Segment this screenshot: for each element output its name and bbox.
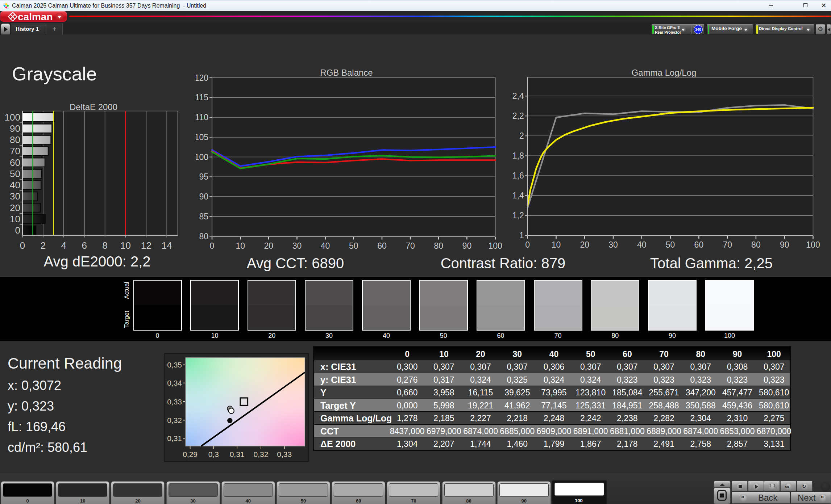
svg-text:80: 80 <box>10 134 20 145</box>
svg-text:40: 40 <box>10 180 20 190</box>
svg-text:20: 20 <box>10 202 20 213</box>
svg-text:2,4: 2,4 <box>512 91 524 101</box>
svg-text:10: 10 <box>120 240 131 251</box>
svg-text:70: 70 <box>10 146 20 156</box>
svg-text:50: 50 <box>349 241 358 250</box>
svg-text:120: 120 <box>196 73 208 83</box>
svg-text:0: 0 <box>15 225 20 236</box>
svg-text:0,33: 0,33 <box>167 398 182 406</box>
svg-text:40: 40 <box>321 241 330 250</box>
svg-text:10: 10 <box>552 240 561 249</box>
svg-text:110: 110 <box>196 113 208 122</box>
svg-text:8: 8 <box>102 240 107 251</box>
svg-text:0,29: 0,29 <box>183 450 198 458</box>
svg-text:20: 20 <box>264 241 274 250</box>
svg-text:30: 30 <box>292 241 302 250</box>
svg-text:95: 95 <box>199 172 208 181</box>
svg-text:0,32: 0,32 <box>254 450 269 458</box>
svg-text:2,2: 2,2 <box>512 111 524 121</box>
svg-text:60: 60 <box>10 157 20 168</box>
svg-text:100: 100 <box>196 152 208 162</box>
svg-text:90: 90 <box>462 241 472 250</box>
svg-text:100: 100 <box>5 112 20 123</box>
svg-text:0,35: 0,35 <box>167 361 182 369</box>
svg-text:2: 2 <box>41 240 46 251</box>
svg-text:0,31: 0,31 <box>167 434 182 442</box>
svg-text:14: 14 <box>162 240 172 251</box>
svg-text:RGB Balance: RGB Balance <box>320 68 373 77</box>
svg-text:90: 90 <box>10 123 20 134</box>
svg-text:DeltaE 2000: DeltaE 2000 <box>70 102 117 112</box>
svg-text:0: 0 <box>210 241 215 250</box>
svg-text:40: 40 <box>637 240 647 249</box>
svg-text:115: 115 <box>196 93 208 102</box>
svg-text:0: 0 <box>20 240 25 251</box>
svg-text:80: 80 <box>751 240 761 249</box>
svg-text:1: 1 <box>519 231 524 240</box>
svg-text:20: 20 <box>580 240 590 249</box>
svg-text:1,8: 1,8 <box>512 151 524 160</box>
svg-text:100: 100 <box>488 241 502 250</box>
svg-text:70: 70 <box>723 240 732 249</box>
svg-text:105: 105 <box>196 133 208 142</box>
svg-text:12: 12 <box>141 240 151 251</box>
svg-text:80: 80 <box>434 241 444 250</box>
svg-text:4: 4 <box>61 240 66 251</box>
svg-text:0,3: 0,3 <box>208 450 219 458</box>
svg-text:2: 2 <box>519 131 524 140</box>
svg-text:60: 60 <box>694 240 704 249</box>
svg-text:30: 30 <box>10 191 20 202</box>
svg-text:0,31: 0,31 <box>230 450 245 458</box>
svg-text:85: 85 <box>199 212 208 221</box>
svg-text:0,34: 0,34 <box>167 379 182 387</box>
svg-text:100: 100 <box>806 240 820 249</box>
svg-text:0: 0 <box>525 240 530 249</box>
svg-text:80: 80 <box>199 232 208 241</box>
svg-text:30: 30 <box>608 240 618 249</box>
svg-text:70: 70 <box>406 241 415 250</box>
svg-text:10: 10 <box>10 214 20 224</box>
svg-text:60: 60 <box>377 241 387 250</box>
svg-text:90: 90 <box>199 192 208 201</box>
svg-text:1,6: 1,6 <box>512 171 524 180</box>
svg-text:10: 10 <box>236 241 245 250</box>
svg-text:50: 50 <box>666 240 675 249</box>
svg-text:Gamma Log/Log: Gamma Log/Log <box>632 68 697 77</box>
svg-text:6: 6 <box>82 240 87 251</box>
svg-text:1,2: 1,2 <box>512 211 524 220</box>
svg-text:0,32: 0,32 <box>167 416 182 424</box>
svg-text:50: 50 <box>10 168 20 179</box>
svg-text:1,4: 1,4 <box>512 191 524 200</box>
svg-text:90: 90 <box>780 240 789 249</box>
svg-text:0,33: 0,33 <box>277 450 292 458</box>
